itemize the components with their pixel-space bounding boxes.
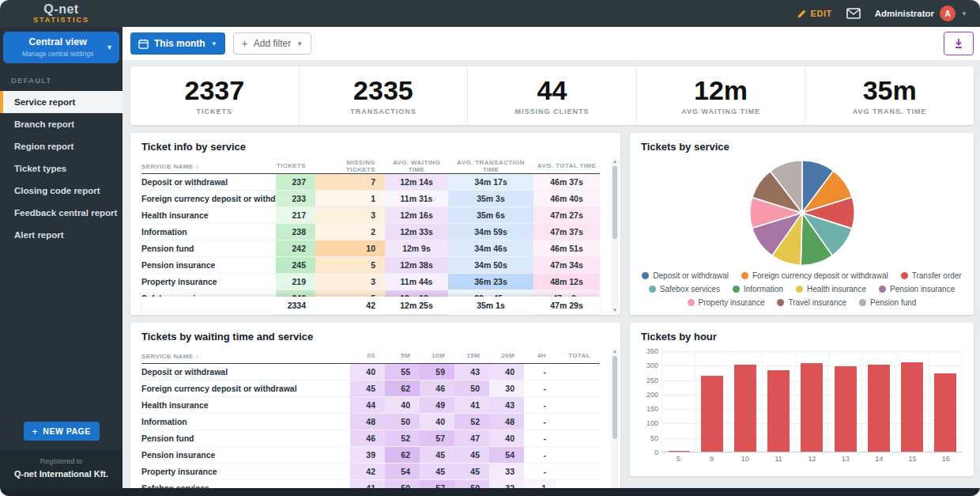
ticket-info-card: Ticket info by service SERVICE NAME↓TICK… (130, 133, 620, 315)
table-row[interactable]: Safebox services240513m 18s33m 45s47m 8s (141, 290, 600, 297)
mail-button[interactable] (846, 8, 861, 19)
bar[interactable] (934, 373, 956, 452)
stat-item: 2337TICKETS (130, 66, 299, 125)
legend-item[interactable]: Safebox services (649, 285, 720, 293)
column-header[interactable]: AVG. TRANSACTION TIME (448, 159, 533, 173)
table-row[interactable]: Information238212m 33s34m 59s47m 37s (141, 224, 600, 240)
column-header[interactable]: MISSING TICKETS (315, 159, 385, 173)
value-cell: 13m 19s (385, 314, 448, 315)
column-header[interactable]: SERVICE NAME↓ (141, 162, 276, 170)
period-selector[interactable]: This month ▼ (130, 32, 225, 55)
column-header[interactable]: 15M (454, 352, 489, 359)
column-header[interactable]: TICKETS (276, 162, 315, 169)
value-cell: 45 (350, 381, 385, 396)
value-cell: 12m 9s (385, 240, 448, 256)
table-row[interactable]: Foreign currency deposit or withdrawal23… (141, 191, 600, 207)
scrollbar-thumb[interactable] (612, 356, 617, 439)
column-header[interactable]: 0S (350, 352, 385, 359)
table-row[interactable]: Pension insurance3962454554- (141, 447, 600, 464)
legend-item[interactable]: Pension fund (859, 298, 916, 307)
legend-item[interactable]: Property insurance (688, 298, 765, 307)
sidebar-item-closing-code-report[interactable]: Closing code report (0, 180, 122, 202)
legend-item[interactable]: Foreign currency deposit or withdrawal (741, 271, 888, 280)
legend-item[interactable]: Health insurance (796, 285, 866, 293)
sort-descending-icon: ↓ (196, 162, 200, 170)
card-title: Tickets by hour (641, 331, 963, 348)
table-row[interactable]: Pension insurance245512m 38s34m 50s47m 3… (141, 257, 600, 274)
table-row[interactable]: Deposit or withdrawal237712m 14s34m 17s4… (141, 174, 600, 191)
table-row[interactable]: Health insurance217312m 16s35m 6s47m 27s (141, 207, 600, 224)
sidebar-item-branch-report[interactable]: Branch report (0, 113, 122, 135)
table-row[interactable]: Transfer order226113m 19s48m 49s (141, 314, 600, 315)
sidebar-item-alert-report[interactable]: Alert report (0, 224, 122, 246)
value-cell: - (524, 397, 556, 413)
table-row[interactable]: Pension fund2421012m 9s34m 46s46m 51s (141, 240, 600, 257)
table-row[interactable]: Pension fund4652574740- (141, 430, 600, 447)
column-header[interactable]: SERVICE NAME↓ (141, 352, 350, 360)
service-name-cell: Pension fund (141, 430, 350, 446)
sidebar-item-feedback-central-report[interactable]: Feedback central report (0, 202, 122, 224)
table-row[interactable]: Information4850405248- (141, 414, 600, 430)
sidebar-item-region-report[interactable]: Region report (0, 135, 122, 157)
table-row[interactable]: Property insurance4254454533- (141, 464, 600, 480)
vertical-scrollbar[interactable]: ▲ (611, 348, 619, 488)
vertical-scrollbar[interactable]: ▲ ▼ (611, 158, 619, 313)
value-cell: 50 (385, 414, 420, 430)
value-cell: 43 (489, 397, 524, 413)
y-tick-label: 0 (654, 449, 658, 456)
legend-row: Safebox servicesInformationHealth insura… (641, 282, 963, 296)
legend-label: Foreign currency deposit or withdrawal (752, 271, 888, 280)
download-button[interactable] (944, 32, 974, 55)
y-tick-label: 350 (646, 347, 658, 355)
column-header[interactable]: TOTAL (556, 352, 600, 359)
value-cell: 48 (350, 414, 385, 430)
stat-label: TICKETS (197, 108, 233, 115)
bar[interactable] (901, 362, 923, 452)
service-name-cell: Information (141, 414, 350, 430)
value-cell: 32 (489, 480, 524, 488)
bar[interactable] (701, 376, 723, 452)
sidebar-item-ticket-types[interactable]: Ticket types (0, 157, 122, 180)
table-row[interactable]: Deposit or withdrawal4055594340- (141, 364, 600, 381)
column-header[interactable]: 10M (420, 352, 454, 359)
table-row[interactable]: Property insurance219311m 44s36m 23s48m … (141, 274, 600, 290)
filter-bar: This month ▼ + Add filter ▼ (122, 27, 980, 60)
column-header[interactable]: 20M (489, 352, 524, 359)
table-row[interactable]: Safebox services41505750321 (141, 480, 600, 488)
bar[interactable] (734, 365, 756, 452)
table-row[interactable]: Foreign currency deposit or withdrawal45… (141, 381, 600, 397)
legend-row: Property insuranceTravel insurancePensio… (641, 296, 963, 309)
user-menu[interactable]: Administrator A ▼ (875, 6, 967, 21)
add-filter-button[interactable]: + Add filter ▼ (233, 32, 311, 55)
column-header[interactable]: 5M (385, 352, 420, 359)
legend-label: Safebox services (660, 285, 720, 293)
bar[interactable] (868, 365, 890, 452)
value-cell: 39 (350, 447, 385, 463)
edit-button[interactable]: EDIT (797, 9, 832, 19)
central-view-selector[interactable]: Central view Manage central settings ▼ (3, 32, 119, 63)
legend-item[interactable]: Transfer order (901, 271, 962, 280)
scroll-up-icon[interactable]: ▲ (612, 158, 617, 165)
column-header[interactable]: 4H (524, 352, 556, 359)
legend-item[interactable]: Travel insurance (777, 298, 846, 307)
bar[interactable] (668, 451, 690, 452)
bar-slot (728, 351, 761, 452)
value-cell: - (524, 430, 556, 446)
scroll-up-icon[interactable]: ▲ (612, 348, 617, 354)
bar[interactable] (801, 363, 823, 452)
legend-color-dot (649, 286, 656, 293)
legend-item[interactable]: Information (733, 285, 783, 293)
value-cell: 55 (385, 364, 420, 380)
bar[interactable] (835, 366, 857, 452)
scroll-down-icon[interactable]: ▼ (612, 307, 617, 313)
new-page-button[interactable]: + NEW PAGE (24, 422, 100, 441)
legend-item[interactable]: Deposit or withdrawal (642, 271, 729, 280)
column-header[interactable]: AVG. WAITING TIME (385, 159, 448, 173)
legend-item[interactable]: Pension insurance (879, 285, 955, 293)
scrollbar-thumb[interactable] (612, 166, 617, 239)
bar[interactable] (767, 370, 790, 452)
column-header[interactable]: AVG. TOTAL TIME (533, 162, 600, 169)
table-row[interactable]: Health insurance4440494143- (141, 397, 600, 414)
service-name-cell: Property insurance (141, 464, 350, 479)
sidebar-item-service-report[interactable]: Service report (0, 91, 122, 113)
